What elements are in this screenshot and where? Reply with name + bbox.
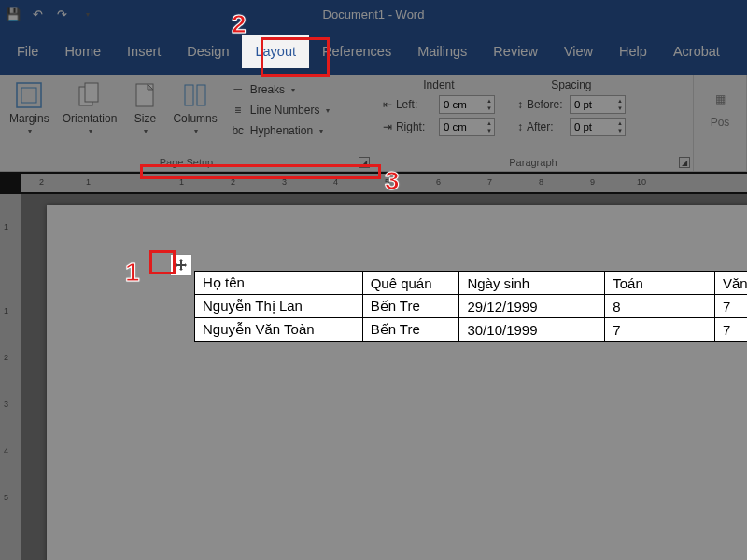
tab-review[interactable]: Review — [480, 35, 551, 68]
position-label: Pos — [711, 116, 730, 129]
tab-view[interactable]: View — [551, 35, 606, 68]
line-numbers-button[interactable]: ≡ Line Numbers▾ — [227, 101, 334, 119]
hyphenation-label: Hyphenation — [250, 124, 313, 137]
indent-right-spinner[interactable]: ▲▼ — [439, 118, 495, 136]
tab-acrobat[interactable]: Acrobat — [660, 35, 733, 68]
callout-2: 2 — [232, 9, 247, 39]
orientation-label: Orientation — [63, 112, 118, 125]
spacing-before-spinner[interactable]: ▲▼ — [570, 95, 626, 114]
hyphenation-icon: bc — [231, 123, 246, 138]
tab-mailings[interactable]: Mailings — [404, 35, 480, 68]
spacing-before-label: Before: — [527, 98, 566, 111]
svg-rect-3 — [85, 83, 98, 102]
table-header-cell[interactable]: Họ tên — [195, 272, 363, 295]
ribbon-tabs: File Home Insert Design Layout Reference… — [0, 28, 747, 75]
table-cell[interactable]: 7 — [714, 295, 747, 318]
indent-left-icon: ⇤ — [383, 98, 392, 111]
horizontal-ruler[interactable]: 2 1 1 2 3 4 5 6 7 8 9 10 — [21, 174, 747, 192]
page-setup-launcher[interactable]: ◢ — [359, 157, 370, 168]
breaks-button[interactable]: ═ Breaks▾ — [227, 80, 334, 99]
save-icon[interactable]: 💾 — [6, 7, 21, 21]
table-cell[interactable]: 29/12/1999 — [459, 295, 605, 318]
tab-design[interactable]: Design — [174, 35, 242, 68]
spacing-before-input[interactable] — [571, 96, 615, 113]
margins-icon — [14, 80, 44, 110]
redo-icon[interactable]: ↷ — [54, 7, 69, 21]
move-icon — [175, 259, 188, 272]
vertical-ruler[interactable]: 1 1 2 3 4 5 — [0, 194, 21, 560]
table-cell[interactable]: Nguyễn Thị Lan — [195, 295, 363, 318]
table-cell[interactable]: Bến Tre — [362, 318, 459, 342]
document-area[interactable]: Họ tên Quê quán Ngày sinh Toán Văn Nguyễ… — [21, 194, 747, 560]
margins-label: Margins — [9, 112, 49, 125]
columns-icon — [180, 80, 210, 110]
tab-insert[interactable]: Insert — [114, 35, 174, 68]
paragraph-group-label: Paragraph — [374, 155, 693, 171]
svg-rect-1 — [21, 88, 36, 103]
position-icon: ▦ — [705, 84, 735, 114]
tab-help[interactable]: Help — [606, 35, 660, 68]
hyphenation-button[interactable]: bc Hyphenation▾ — [227, 121, 334, 140]
breaks-label: Breaks — [250, 83, 285, 96]
table-header-cell[interactable]: Ngày sinh — [459, 272, 605, 295]
line-numbers-label: Line Numbers — [250, 104, 320, 117]
tab-layout[interactable]: Layout — [242, 35, 309, 68]
indent-title: Indent — [383, 78, 495, 91]
indent-right-icon: ⇥ — [383, 120, 392, 133]
table-header-cell[interactable]: Toán — [605, 272, 715, 295]
indent-left-input[interactable] — [440, 96, 485, 113]
spacing-after-spinner[interactable]: ▲▼ — [570, 118, 626, 136]
table-cell[interactable]: Nguyễn Văn Toàn — [195, 318, 363, 342]
line-numbers-icon: ≡ — [231, 103, 246, 118]
undo-icon[interactable]: ↶ — [30, 7, 45, 21]
svg-rect-0 — [17, 83, 41, 107]
ribbon: Margins▾ Orientation▾ Size▾ Columns▾ — [0, 75, 747, 172]
size-label: Size — [134, 112, 156, 125]
qat-dropdown-icon[interactable]: ▾ — [80, 7, 95, 21]
spacing-after-input[interactable] — [571, 119, 615, 135]
size-icon — [130, 80, 160, 110]
indent-left-label: Left: — [396, 98, 435, 111]
spacing-after-label: After: — [527, 120, 566, 133]
margins-button[interactable]: Margins▾ — [6, 78, 53, 137]
callout-1: 1 — [125, 258, 140, 287]
title-bar: 💾 ↶ ↷ ▾ Document1 - Word — [0, 0, 747, 28]
tab-file[interactable]: File — [4, 35, 51, 68]
tab-references[interactable]: References — [309, 35, 404, 68]
spacing-title: Spacing — [517, 78, 626, 91]
orientation-icon — [75, 80, 105, 110]
indent-left-spinner[interactable]: ▲▼ — [439, 95, 495, 114]
table-row[interactable]: Nguyễn Văn Toàn Bến Tre 30/10/1999 7 7 — [195, 318, 748, 342]
table-cell[interactable]: 7 — [714, 318, 747, 342]
svg-rect-5 — [185, 85, 193, 105]
table-cell[interactable]: Bến Tre — [362, 295, 459, 318]
paragraph-launcher[interactable]: ◢ — [679, 157, 690, 168]
quick-access-toolbar: 💾 ↶ ↷ ▾ — [6, 7, 95, 21]
table-header-cell[interactable]: Văn — [714, 272, 747, 295]
table-cell[interactable]: 8 — [605, 295, 715, 318]
table-header-cell[interactable]: Quê quán — [362, 272, 459, 295]
table-move-handle[interactable] — [170, 254, 192, 276]
spacing-before-icon: ↕ — [517, 98, 523, 111]
size-button[interactable]: Size▾ — [126, 78, 163, 137]
columns-label: Columns — [173, 112, 217, 125]
table-row[interactable]: Nguyễn Thị Lan Bến Tre 29/12/1999 8 7 — [195, 295, 748, 318]
page[interactable]: Họ tên Quê quán Ngày sinh Toán Văn Nguyễ… — [47, 205, 747, 560]
callout-3: 3 — [385, 166, 400, 196]
tab-home[interactable]: Home — [51, 35, 114, 68]
group-page-setup: Margins▾ Orientation▾ Size▾ Columns▾ — [0, 75, 374, 171]
window-title: Document1 - Word — [323, 7, 425, 21]
orientation-button[interactable]: Orientation▾ — [59, 78, 121, 137]
group-arrange: ▦ Pos — [694, 75, 747, 171]
table-cell[interactable]: 30/10/1999 — [459, 318, 605, 342]
columns-button[interactable]: Columns▾ — [169, 78, 220, 137]
table-header-row[interactable]: Họ tên Quê quán Ngày sinh Toán Văn — [195, 272, 748, 295]
data-table[interactable]: Họ tên Quê quán Ngày sinh Toán Văn Nguyễ… — [194, 271, 747, 342]
table-cell[interactable]: 7 — [605, 318, 715, 342]
spacing-after-icon: ↕ — [517, 120, 523, 133]
indent-right-label: Right: — [396, 120, 435, 133]
breaks-icon: ═ — [231, 82, 246, 97]
svg-rect-6 — [197, 85, 205, 105]
position-button[interactable]: ▦ Pos — [699, 78, 740, 134]
indent-right-input[interactable] — [440, 119, 485, 135]
